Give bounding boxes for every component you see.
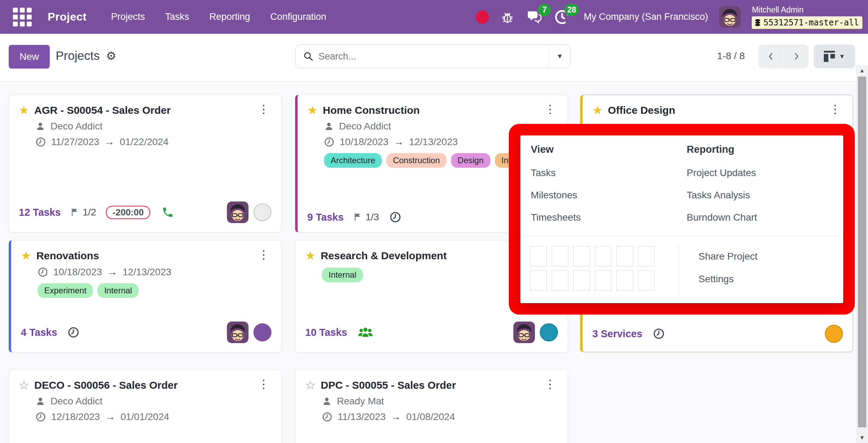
status-bubble[interactable]: [825, 325, 843, 343]
pager-previous-button[interactable]: [758, 45, 783, 68]
status-bubble[interactable]: [540, 323, 558, 341]
date-start: 10/18/2023: [340, 136, 388, 148]
favorite-star-icon[interactable]: ★: [21, 250, 31, 262]
activity-clock-icon[interactable]: [389, 211, 401, 223]
tasks-count-link[interactable]: 10 Tasks: [305, 327, 347, 338]
color-swatch-green[interactable]: [616, 270, 633, 291]
activity-clock-icon[interactable]: [68, 326, 79, 338]
card-title: DPC - S00055 - Sales Order: [321, 379, 456, 391]
menu-item-timesheets[interactable]: Timesheets: [531, 212, 581, 223]
nav-item-reporting[interactable]: Reporting: [210, 11, 250, 22]
overtime-badge: -200:00: [106, 206, 150, 219]
color-swatch-indigo[interactable]: [573, 270, 590, 291]
new-button[interactable]: New: [9, 45, 50, 69]
services-count-link[interactable]: 3 Services: [592, 328, 642, 340]
version-text: 55312571-master-all: [763, 18, 859, 27]
milestones-progress[interactable]: 1/3: [353, 212, 379, 223]
database-icon: [755, 19, 761, 26]
menu-item-milestones[interactable]: Milestones: [531, 190, 577, 201]
color-swatch-none[interactable]: [530, 246, 547, 266]
team-icon[interactable]: [357, 326, 373, 338]
nav-item-projects[interactable]: Projects: [111, 11, 145, 22]
menu-item-tasks[interactable]: Tasks: [531, 167, 556, 179]
scroll-down-icon[interactable]: ▼: [856, 435, 868, 441]
project-card-deco-s00056[interactable]: ☆ DECO - S00056 - Sales Order ⋮ Deco Add…: [9, 370, 282, 443]
color-swatch-blue[interactable]: [616, 246, 633, 266]
card-menu-icon[interactable]: ⋮: [542, 104, 558, 114]
status-bubble[interactable]: [253, 203, 271, 221]
milestones-progress[interactable]: 1/2: [70, 207, 96, 218]
menu-item-burndown-chart[interactable]: Burndown Chart: [687, 212, 757, 223]
color-swatch-magenta[interactable]: [595, 270, 611, 291]
menu-separator: [520, 236, 843, 236]
card-menu-icon[interactable]: ⋮: [256, 104, 271, 114]
activity-clock-icon[interactable]: [653, 328, 665, 340]
project-card-agr-s00054[interactable]: ★ AGR - S00054 - Sales Order ⋮ Deco Addi…: [9, 95, 282, 232]
tag: Design: [451, 153, 490, 168]
app-name[interactable]: Project: [48, 10, 87, 23]
activities-icon[interactable]: 28: [554, 9, 570, 25]
card-menu-icon[interactable]: ⋮: [827, 104, 843, 114]
menu-item-project-updates[interactable]: Project Updates: [687, 167, 756, 179]
customer-name: Deco Addict: [50, 396, 102, 407]
favorite-star-icon[interactable]: ☆: [305, 379, 316, 391]
favorite-star-icon[interactable]: ★: [19, 104, 29, 117]
menu-item-tasks-analysis[interactable]: Tasks Analysis: [687, 190, 750, 201]
tag: Internal: [322, 268, 363, 282]
pager-next-button[interactable]: [783, 45, 808, 68]
user-menu[interactable]: Mitchell Admin 55312571-master-all: [752, 5, 862, 29]
color-swatch-plum[interactable]: [638, 246, 655, 266]
menu-item-share-project[interactable]: Share Project: [699, 251, 758, 262]
messages-icon[interactable]: 7: [526, 9, 543, 25]
gear-icon[interactable]: ⚙: [106, 50, 116, 62]
color-swatch-orange[interactable]: [573, 246, 590, 266]
tasks-count-link[interactable]: 9 Tasks: [307, 212, 344, 223]
card-menu-icon[interactable]: ⋮: [542, 379, 558, 389]
card-title: Renovations: [37, 250, 99, 262]
search-input[interactable]: [318, 51, 549, 62]
card-menu-icon[interactable]: ⋮: [256, 250, 271, 260]
search-options-toggle[interactable]: ▼: [549, 45, 570, 68]
activities-badge: 28: [565, 4, 579, 16]
person-icon: [324, 121, 334, 131]
arrow-right-icon: →: [107, 266, 117, 278]
company-switcher[interactable]: My Company (San Francisco): [584, 11, 708, 22]
control-panel: New Projects ⚙ ▼ 1-8 / 8 ▼: [0, 34, 868, 81]
card-menu-icon[interactable]: ⋮: [256, 379, 271, 389]
status-bubble[interactable]: [253, 323, 271, 341]
project-card-dpc-s00055[interactable]: ☆ DPC - S00055 - Sales Order ⋮ Ready Mat…: [295, 370, 568, 443]
favorite-star-icon[interactable]: ★: [305, 250, 316, 262]
scroll-up-icon[interactable]: ▲: [856, 68, 868, 74]
nav-item-tasks[interactable]: Tasks: [165, 11, 189, 22]
bug-icon[interactable]: [500, 10, 515, 24]
user-avatar[interactable]: [719, 6, 741, 28]
favorite-star-icon[interactable]: ★: [307, 104, 318, 117]
pager-buttons: [758, 45, 808, 68]
assignee-avatar[interactable]: [227, 322, 248, 343]
tasks-count-link[interactable]: 4 Tasks: [21, 327, 57, 338]
vertical-scrollbar[interactable]: ▲ ▼: [856, 65, 868, 443]
color-swatch-yellow[interactable]: [595, 246, 611, 266]
view-switcher-button[interactable]: ▼: [814, 45, 855, 68]
favorite-star-icon[interactable]: ☆: [19, 379, 29, 391]
scrollbar-thumb[interactable]: [858, 77, 866, 427]
assignee-avatar[interactable]: [513, 322, 535, 343]
nav-item-configuration[interactable]: Configuration: [270, 11, 326, 22]
record-indicator-icon[interactable]: [476, 10, 489, 24]
color-swatch-red[interactable]: [552, 246, 568, 266]
color-swatch-violet[interactable]: [638, 270, 655, 291]
clock-icon: [322, 412, 332, 422]
clock-icon: [38, 267, 48, 277]
clock-icon: [35, 412, 46, 422]
chevron-down-icon: ▼: [839, 53, 845, 60]
assignee-avatar[interactable]: [227, 201, 248, 223]
color-swatch-salmon[interactable]: [530, 270, 547, 291]
apps-menu-icon[interactable]: [13, 8, 32, 26]
project-card-renovations[interactable]: ★ Renovations ⋮ 10/18/2023 → 12/13/2023 …: [9, 240, 282, 353]
tasks-count-link[interactable]: 12 Tasks: [19, 207, 61, 218]
phone-icon[interactable]: [161, 206, 174, 219]
favorite-star-icon[interactable]: ★: [592, 104, 603, 117]
card-title: DECO - S00056 - Sales Order: [34, 379, 178, 391]
color-swatch-teal[interactable]: [552, 270, 568, 291]
menu-item-settings[interactable]: Settings: [699, 274, 734, 285]
